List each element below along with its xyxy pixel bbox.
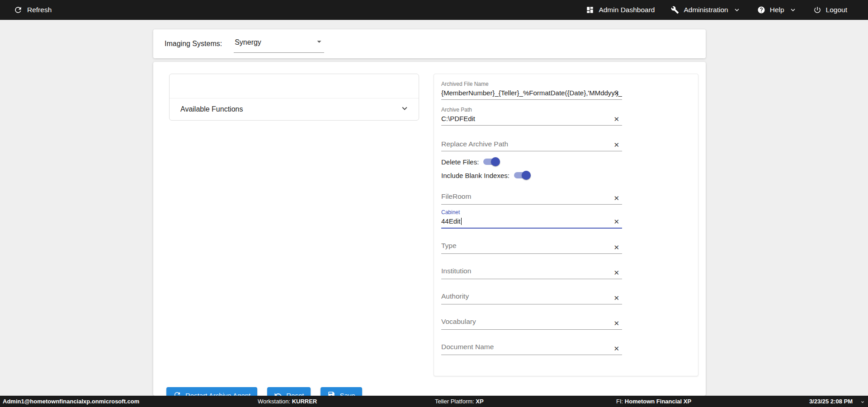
teller-platform-label: Teller Platform:: [435, 398, 474, 405]
chevron-down-icon: [733, 6, 741, 14]
help-icon: [757, 6, 765, 14]
dropdown-arrow-icon: [314, 37, 324, 48]
reset-button[interactable]: Reset: [267, 387, 311, 396]
clear-icon[interactable]: ✕: [613, 217, 620, 226]
chevron-down-icon: [400, 103, 410, 115]
status-bar: Admin1@hometownfinancialxp.onmicrosoft.c…: [0, 396, 868, 407]
clear-icon[interactable]: ✕: [613, 243, 620, 252]
help-menu[interactable]: Help: [757, 6, 797, 14]
financial-institution-status: FI: Hometown Financial XP: [616, 396, 691, 407]
chevron-down-icon: [789, 6, 797, 14]
workstation-status: Workstation: KURRER: [258, 396, 317, 407]
available-functions-label: Available Functions: [180, 105, 243, 113]
vocabulary-field[interactable]: Vocabulary ✕: [441, 304, 622, 330]
clear-icon[interactable]: ✕: [613, 268, 620, 277]
imaging-systems-label: Imaging Systems:: [165, 40, 222, 48]
clear-icon[interactable]: ✕: [613, 344, 620, 353]
clear-icon[interactable]: ✕: [613, 294, 620, 302]
archive-settings-form: Archived File Name {MemberNumber}_{Telle…: [434, 74, 698, 376]
admin-dashboard-label: Admin Dashboard: [599, 6, 655, 14]
cabinet-input[interactable]: 44Edit: [441, 217, 622, 225]
workstation-label: Workstation:: [258, 398, 290, 405]
help-label: Help: [770, 6, 784, 14]
logout-button[interactable]: Logout: [813, 6, 847, 14]
admin-dashboard-button[interactable]: Admin Dashboard: [586, 6, 655, 14]
configuration-card: Available Functions Archived File Name {…: [153, 62, 706, 396]
imaging-systems-card: Imaging Systems: Synergy: [153, 29, 706, 58]
administration-menu[interactable]: Administration: [671, 6, 741, 14]
save-button[interactable]: Save: [321, 387, 362, 396]
logout-label: Logout: [826, 6, 847, 14]
archive-path-field[interactable]: Archive Path C:\PDFEdit ✕: [441, 100, 622, 126]
save-label: Save: [340, 392, 355, 396]
statusbar-expander-icon[interactable]: [860, 396, 865, 407]
cabinet-label: Cabinet: [441, 210, 622, 215]
available-functions-expander[interactable]: Available Functions: [170, 98, 419, 120]
functions-panel: Available Functions: [169, 74, 419, 121]
refresh-icon: [14, 5, 23, 14]
refresh-label: Refresh: [27, 6, 52, 14]
reset-label: Reset: [286, 392, 304, 396]
include-blank-indexes-label: Include Blank Indexes:: [441, 172, 509, 179]
imaging-system-select[interactable]: Synergy: [234, 36, 324, 53]
top-navigation-bar: Refresh Admin Dashboard Administration H…: [0, 0, 868, 20]
cabinet-field[interactable]: Cabinet 44Edit ✕: [441, 205, 622, 229]
authority-field[interactable]: Authority ✕: [441, 279, 622, 304]
authority-placeholder: Authority: [441, 292, 622, 300]
wrench-icon: [671, 6, 679, 14]
fileroom-field[interactable]: FileRoom ✕: [441, 185, 622, 205]
replace-archive-path-field[interactable]: Replace Archive Path ✕: [441, 126, 622, 151]
clear-icon[interactable]: ✕: [613, 319, 620, 327]
clear-icon[interactable]: ✕: [613, 115, 620, 123]
clear-icon[interactable]: ✕: [613, 194, 620, 202]
delete-files-label: Delete Files:: [441, 158, 479, 166]
datetime: 3/23/25 2:08 PM: [809, 396, 853, 407]
fileroom-placeholder: FileRoom: [441, 192, 622, 201]
archived-file-name-label: Archived File Name: [441, 81, 622, 87]
clear-icon[interactable]: ✕: [613, 89, 620, 98]
restart-archive-agent-button[interactable]: Restart Archive Agent: [166, 387, 257, 396]
clear-icon[interactable]: ✕: [613, 140, 620, 149]
vocabulary-placeholder: Vocabulary: [441, 318, 622, 326]
document-name-placeholder: Document Name: [441, 343, 622, 351]
type-field[interactable]: Type ✕: [441, 229, 622, 254]
undo-icon: [274, 391, 282, 396]
administration-label: Administration: [684, 6, 728, 14]
teller-platform-status: Teller Platform: XP: [435, 396, 484, 407]
refresh-button[interactable]: Refresh: [14, 5, 52, 14]
archived-file-name-input[interactable]: {MemberNumber}_{Teller}_%FormatDate({Dat…: [441, 89, 622, 97]
restart-archive-agent-label: Restart Archive Agent: [185, 392, 250, 396]
archive-path-input[interactable]: C:\PDFEdit: [441, 115, 622, 122]
archived-file-name-field[interactable]: Archived File Name {MemberNumber}_{Telle…: [441, 74, 622, 100]
institution-placeholder: Institution: [441, 267, 622, 275]
teller-platform-value: XP: [476, 398, 483, 405]
fi-value: Hometown Financial XP: [625, 398, 691, 405]
refresh-icon: [173, 391, 181, 396]
power-icon: [813, 6, 821, 14]
include-blank-indexes-toggle[interactable]: [514, 172, 529, 178]
imaging-system-selected-value: Synergy: [235, 38, 261, 47]
toggle-knob: [522, 171, 531, 180]
dashboard-icon: [586, 6, 594, 14]
type-placeholder: Type: [441, 242, 622, 250]
archive-path-label: Archive Path: [441, 107, 622, 112]
toggle-knob: [491, 157, 500, 166]
logged-in-user: Admin1@hometownfinancialxp.onmicrosoft.c…: [3, 396, 139, 407]
functions-panel-header-area: [170, 74, 419, 98]
institution-field[interactable]: Institution ✕: [441, 254, 622, 279]
text-cursor: [461, 218, 462, 225]
document-name-field[interactable]: Document Name ✕: [441, 330, 622, 355]
delete-files-toggle[interactable]: [483, 159, 499, 165]
delete-files-row: Delete Files:: [441, 155, 698, 168]
form-actions: Restart Archive Agent Reset Save: [166, 387, 362, 396]
fi-label: FI:: [616, 398, 623, 405]
include-blank-indexes-row: Include Blank Indexes:: [441, 168, 698, 182]
replace-archive-path-placeholder: Replace Archive Path: [441, 140, 622, 148]
workstation-value: KURRER: [292, 398, 317, 405]
save-icon: [327, 391, 335, 396]
